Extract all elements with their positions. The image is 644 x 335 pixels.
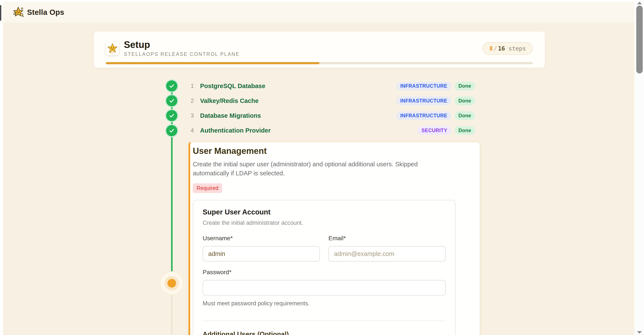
password-label: Password* <box>203 269 446 276</box>
step-category-badge: INFRASTRUCTURE <box>396 111 451 120</box>
email-input[interactable] <box>328 246 446 261</box>
step-title: PostgreSQL Database <box>200 83 265 90</box>
steps-suffix: steps <box>505 45 526 52</box>
super-user-description: Create the initial administrator account… <box>203 220 446 226</box>
current-step-dot <box>168 279 176 287</box>
steps-list: 1 PostgreSQL Database INFRASTRUCTURE Don… <box>190 79 475 138</box>
step-status-badge: Done <box>455 126 475 135</box>
step-number: 2 <box>190 98 198 104</box>
section-description: Create the initial super user (administr… <box>193 160 442 178</box>
scrollbar-down-arrow-icon[interactable] <box>637 331 642 334</box>
super-user-title: Super User Account <box>203 208 446 216</box>
required-badge: Required <box>193 183 222 193</box>
step-status-badge: Done <box>455 111 475 120</box>
setup-star-icon <box>106 42 119 55</box>
setup-summary-card: Setup STELLAOPS RELEASE CONTROL PLANE 8/… <box>94 32 545 68</box>
step-row[interactable]: 3 Database Migrations INFRASTRUCTURE Don… <box>190 108 475 123</box>
step-number: 4 <box>190 127 198 134</box>
step-title: Authentication Provider <box>200 127 271 134</box>
step-row[interactable]: 1 PostgreSQL Database INFRASTRUCTURE Don… <box>190 79 475 94</box>
step-status-badge: Done <box>455 97 475 105</box>
password-hint: Must meet password policy requirements. <box>203 300 446 307</box>
step-status-badge: Done <box>455 82 475 91</box>
password-input[interactable] <box>203 280 446 295</box>
scrollbar-up-arrow-icon[interactable] <box>637 2 642 4</box>
steps-done-count: 8 <box>489 45 493 52</box>
step-check-icon <box>165 109 178 122</box>
section-title: User Management <box>193 146 475 156</box>
user-management-card: User Management Create the initial super… <box>188 142 480 335</box>
steps-total-count: 16 <box>498 45 505 52</box>
section-divider <box>203 320 446 321</box>
email-label: Email* <box>328 235 446 242</box>
step-check-icon <box>165 124 178 137</box>
steps-count-badge: 8/16 steps <box>482 42 533 55</box>
stella-ops-logo-icon <box>12 7 24 18</box>
super-user-card: Super User Account Create the initial ad… <box>193 200 456 335</box>
step-title: Valkey/Redis Cache <box>200 97 258 104</box>
step-row[interactable]: 4 Authentication Provider SECURITY Done <box>190 123 475 138</box>
setup-progress-fill <box>106 62 320 64</box>
page-title: Setup <box>124 40 482 50</box>
step-row[interactable]: 2 Valkey/Redis Cache INFRASTRUCTURE Done <box>190 94 475 108</box>
app-header: Stella Ops <box>3 2 634 23</box>
step-number: 3 <box>190 112 198 119</box>
app-title: Stella Ops <box>27 8 64 17</box>
step-check-icon <box>165 79 178 93</box>
page: Stella Ops Setup STELLAOPS RELEASE CONTR… <box>0 0 644 335</box>
page-subtitle: STELLAOPS RELEASE CONTROL PLANE <box>124 51 482 57</box>
additional-users-title: Additional Users (Optional) <box>203 330 446 335</box>
scrollbar-thumb[interactable] <box>636 6 643 74</box>
step-title: Database Migrations <box>200 112 261 119</box>
step-category-badge: SECURITY <box>418 126 451 135</box>
username-label: Username* <box>203 235 320 242</box>
step-number: 1 <box>190 83 198 89</box>
step-check-icon <box>165 94 178 107</box>
window-edge-artifact <box>0 5 1 21</box>
vertical-scrollbar[interactable] <box>634 0 644 335</box>
steps-separator: / <box>493 45 498 52</box>
username-input[interactable] <box>203 246 320 261</box>
step-category-badge: INFRASTRUCTURE <box>396 82 451 91</box>
step-category-badge: INFRASTRUCTURE <box>396 97 451 105</box>
setup-progress-bar <box>106 62 533 64</box>
